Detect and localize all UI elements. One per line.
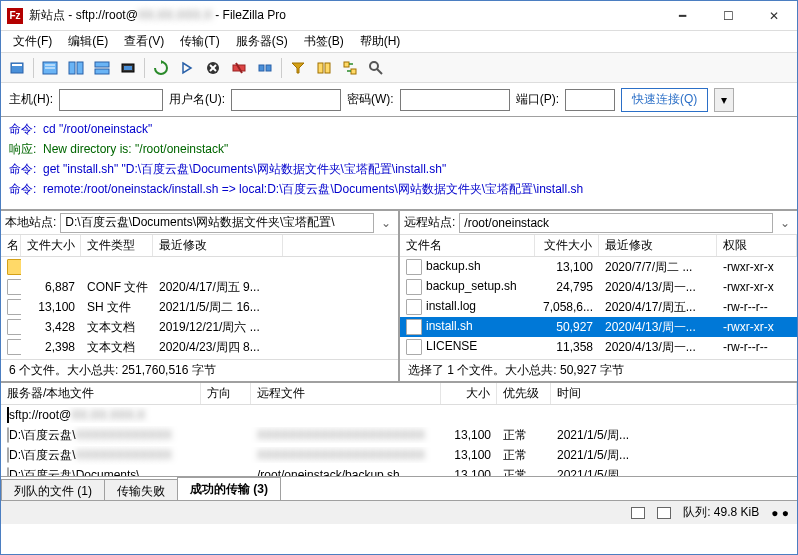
cancel-button[interactable] bbox=[201, 56, 225, 80]
col-modified[interactable]: 最近修改 bbox=[153, 235, 283, 256]
site-manager-button[interactable] bbox=[5, 56, 29, 80]
minimize-button[interactable]: ━ bbox=[659, 1, 705, 31]
log-line: 命令: remote:/root/oneinstack/install.sh =… bbox=[9, 179, 789, 199]
filter-button[interactable] bbox=[286, 56, 310, 80]
file-icon bbox=[406, 279, 422, 295]
quickconnect-dropdown[interactable]: ▾ bbox=[714, 88, 734, 112]
toggle-log-button[interactable] bbox=[38, 56, 62, 80]
list-item[interactable]: install.log7,058,6...2020/4/17/周五...-rw-… bbox=[400, 297, 797, 317]
remote-site-label: 远程站点: bbox=[404, 214, 455, 231]
remote-path-input[interactable] bbox=[459, 213, 773, 233]
menu-h[interactable]: 帮助(H) bbox=[352, 31, 409, 52]
file-icon bbox=[406, 299, 422, 315]
quickconnect-button[interactable]: 快速连接(Q) bbox=[621, 88, 708, 112]
svg-rect-7 bbox=[95, 62, 109, 67]
toggle-tree-button[interactable] bbox=[64, 56, 88, 80]
queue-item[interactable]: D:\百度云盘\Documents\/root/oneinstack/backu… bbox=[1, 465, 797, 476]
menu-v[interactable]: 查看(V) bbox=[116, 31, 172, 52]
col-type[interactable]: 文件类型 bbox=[81, 235, 153, 256]
queue-tab[interactable]: 成功的传输 (3) bbox=[177, 477, 281, 500]
close-button[interactable]: ✕ bbox=[751, 1, 797, 31]
local-status: 6 个文件。大小总共: 251,760,516 字节 bbox=[1, 359, 398, 381]
local-path-dropdown[interactable]: ⌄ bbox=[378, 216, 394, 230]
toggle-queue-button[interactable] bbox=[90, 56, 114, 80]
separator bbox=[281, 58, 282, 78]
menu-b[interactable]: 书签(B) bbox=[296, 31, 352, 52]
remote-status: 选择了 1 个文件。大小总共: 50,927 字节 bbox=[400, 359, 797, 381]
transfer-queue: 服务器/本地文件 方向 远程文件 大小 优先级 时间 sftp://root@X… bbox=[1, 383, 797, 477]
remote-file-list[interactable]: 文件名 文件大小 最近修改 权限 backup.sh13,1002020/7/7… bbox=[400, 235, 797, 359]
refresh-button[interactable] bbox=[149, 56, 173, 80]
col-priority[interactable]: 优先级 bbox=[497, 383, 551, 404]
folder-icon bbox=[7, 259, 21, 275]
message-log[interactable]: 命令: cd "/root/oneinstack"响应: New directo… bbox=[1, 117, 797, 211]
list-item[interactable]: 6,887CONF 文件2020/4/17/周五 9... bbox=[1, 277, 398, 297]
disconnect-button[interactable] bbox=[227, 56, 251, 80]
col-modified[interactable]: 最近修改 bbox=[599, 235, 717, 256]
toolbar bbox=[1, 53, 797, 83]
maximize-button[interactable]: ☐ bbox=[705, 1, 751, 31]
username-input[interactable] bbox=[231, 89, 341, 111]
col-remote-file[interactable]: 远程文件 bbox=[251, 383, 441, 404]
svg-rect-10 bbox=[124, 66, 132, 70]
menu-f[interactable]: 文件(F) bbox=[5, 31, 60, 52]
reconnect-button[interactable] bbox=[253, 56, 277, 80]
separator bbox=[144, 58, 145, 78]
search-button[interactable] bbox=[364, 56, 388, 80]
username-label: 用户名(U): bbox=[169, 91, 225, 108]
queue-tab[interactable]: 列队的文件 (1) bbox=[1, 479, 105, 500]
queue-body[interactable]: sftp://root@XX.XX.XXX.X D:\百度云盘\XXXXXXXX… bbox=[1, 405, 797, 476]
status-icon bbox=[631, 507, 645, 519]
file-icon bbox=[7, 279, 21, 295]
list-item[interactable] bbox=[1, 257, 398, 277]
list-item[interactable]: LICENSE11,3582020/4/13/周一...-rw-r--r-- bbox=[400, 337, 797, 357]
svg-rect-21 bbox=[351, 69, 356, 74]
sync-browse-button[interactable] bbox=[338, 56, 362, 80]
svg-rect-5 bbox=[69, 62, 75, 74]
svg-rect-6 bbox=[77, 62, 83, 74]
list-item[interactable]: backup.sh13,1002020/7/7/周二 ...-rwxr-xr-x bbox=[400, 257, 797, 277]
list-item[interactable]: 13,100SH 文件2021/1/5/周二 16... bbox=[1, 297, 398, 317]
menu-e[interactable]: 编辑(E) bbox=[60, 31, 116, 52]
col-direction[interactable]: 方向 bbox=[201, 383, 251, 404]
list-item[interactable]: 2,398文本文档2020/4/23/周四 8... bbox=[1, 337, 398, 357]
file-icon bbox=[7, 339, 21, 355]
queue-item[interactable]: D:\百度云盘\XXXXXXXXXXXXXXXXXXXXXXXXXXXXXXXX… bbox=[1, 445, 797, 465]
local-site-label: 本地站点: bbox=[5, 214, 56, 231]
col-name[interactable]: 名 bbox=[1, 235, 21, 256]
col-name[interactable]: 文件名 bbox=[400, 235, 535, 256]
log-line: 响应: New directory is: "/root/oneinstack" bbox=[9, 139, 789, 159]
queue-item[interactable]: D:\百度云盘\XXXXXXXXXXXXXXXXXXXXXXXXXXXXXXXX… bbox=[1, 425, 797, 445]
svg-rect-1 bbox=[12, 64, 22, 66]
toggle-transfer-button[interactable] bbox=[116, 56, 140, 80]
local-pane: 本地站点: ⌄ 名 文件大小 文件类型 最近修改 6,887CONF 文件202… bbox=[1, 211, 400, 381]
app-icon: Fz bbox=[7, 8, 23, 24]
col-size[interactable]: 大小 bbox=[441, 383, 497, 404]
col-perm[interactable]: 权限 bbox=[717, 235, 797, 256]
menubar: 文件(F)编辑(E)查看(V)传输(T)服务器(S)书签(B)帮助(H) bbox=[1, 31, 797, 53]
menu-s[interactable]: 服务器(S) bbox=[228, 31, 296, 52]
queue-tab[interactable]: 传输失败 bbox=[104, 479, 178, 500]
col-server-file[interactable]: 服务器/本地文件 bbox=[1, 383, 201, 404]
col-time[interactable]: 时间 bbox=[551, 383, 797, 404]
password-input[interactable] bbox=[400, 89, 510, 111]
list-item[interactable]: 3,428文本文档2019/12/21/周六 ... bbox=[1, 317, 398, 337]
col-size[interactable]: 文件大小 bbox=[535, 235, 599, 256]
file-panes: 本地站点: ⌄ 名 文件大小 文件类型 最近修改 6,887CONF 文件202… bbox=[1, 211, 797, 383]
svg-rect-18 bbox=[318, 63, 323, 73]
process-queue-button[interactable] bbox=[175, 56, 199, 80]
remote-pane: 远程站点: ⌄ 文件名 文件大小 最近修改 权限 backup.sh13,100… bbox=[400, 211, 797, 381]
remote-path-dropdown[interactable]: ⌄ bbox=[777, 216, 793, 230]
compare-button[interactable] bbox=[312, 56, 336, 80]
col-size[interactable]: 文件大小 bbox=[21, 235, 81, 256]
file-icon bbox=[7, 299, 21, 315]
local-file-list[interactable]: 名 文件大小 文件类型 最近修改 6,887CONF 文件2020/4/17/周… bbox=[1, 235, 398, 359]
host-input[interactable] bbox=[59, 89, 163, 111]
menu-t[interactable]: 传输(T) bbox=[172, 31, 227, 52]
queue-server[interactable]: sftp://root@XX.XX.XXX.X bbox=[1, 405, 797, 425]
port-input[interactable] bbox=[565, 89, 615, 111]
local-path-input[interactable] bbox=[60, 213, 374, 233]
password-label: 密码(W): bbox=[347, 91, 394, 108]
list-item[interactable]: backup_setup.sh24,7952020/4/13/周一...-rwx… bbox=[400, 277, 797, 297]
list-item[interactable]: install.sh50,9272020/4/13/周一...-rwxr-xr-… bbox=[400, 317, 797, 337]
